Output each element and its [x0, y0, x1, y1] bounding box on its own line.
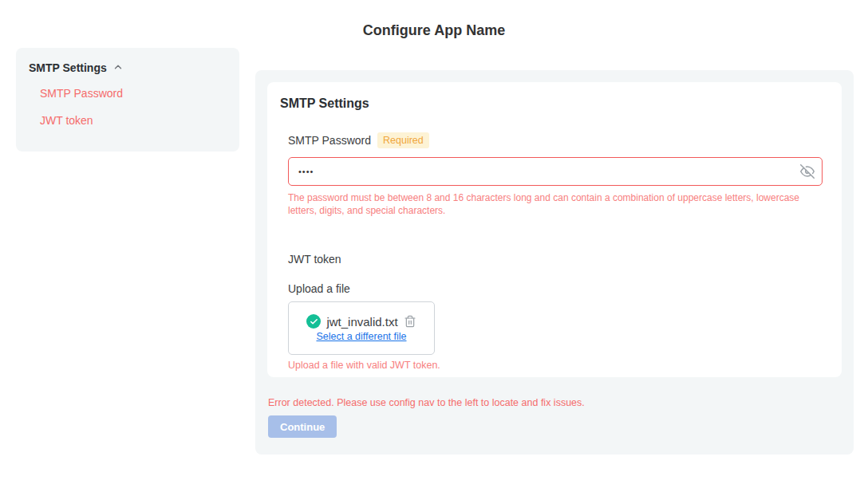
page-title: Configure App Name	[0, 22, 868, 39]
uploaded-file-row: jwt_invalid.txt	[306, 314, 416, 329]
check-circle-icon	[306, 314, 321, 329]
settings-panel: SMTP Settings SMTP Password Required The…	[255, 70, 854, 455]
smtp-password-field-wrap	[288, 157, 823, 186]
smtp-password-error-text: The password must be between 8 and 16 ch…	[288, 191, 816, 217]
uploaded-file-name: jwt_invalid.txt	[326, 315, 397, 329]
sidebar-items: SMTP Password JWT token	[40, 86, 227, 128]
jwt-token-label: JWT token	[288, 253, 829, 266]
screen: Configure App Name SMTP Settings SMTP Pa…	[0, 0, 868, 496]
required-badge: Required	[377, 132, 429, 148]
smtp-password-input[interactable]	[288, 157, 823, 186]
config-nav-sidebar: SMTP Settings SMTP Password JWT token	[16, 48, 239, 152]
sidebar-item-smtp-password[interactable]: SMTP Password	[40, 86, 227, 101]
jwt-error-text: Upload a file with valid JWT token.	[288, 360, 829, 371]
eye-off-icon[interactable]	[800, 164, 815, 179]
sidebar-item-jwt-token[interactable]: JWT token	[40, 113, 227, 128]
sidebar-section-label: SMTP Settings	[29, 61, 107, 74]
form-body: SMTP Password Required The password must…	[288, 132, 829, 371]
file-upload-box: jwt_invalid.txt Select a different file	[288, 301, 435, 355]
sidebar-section-smtp-settings[interactable]: SMTP Settings	[29, 61, 227, 75]
chevron-up-icon	[112, 61, 124, 75]
smtp-password-label-row: SMTP Password Required	[288, 132, 829, 148]
smtp-password-label: SMTP Password	[288, 134, 371, 147]
select-different-file-link[interactable]: Select a different file	[316, 331, 406, 342]
continue-button[interactable]: Continue	[268, 415, 337, 438]
smtp-settings-card: SMTP Settings SMTP Password Required The…	[267, 82, 842, 377]
error-banner-text: Error detected. Please use config nav to…	[268, 397, 585, 408]
card-heading: SMTP Settings	[280, 96, 829, 111]
upload-a-file-label: Upload a file	[288, 282, 829, 295]
trash-icon[interactable]	[404, 315, 416, 328]
